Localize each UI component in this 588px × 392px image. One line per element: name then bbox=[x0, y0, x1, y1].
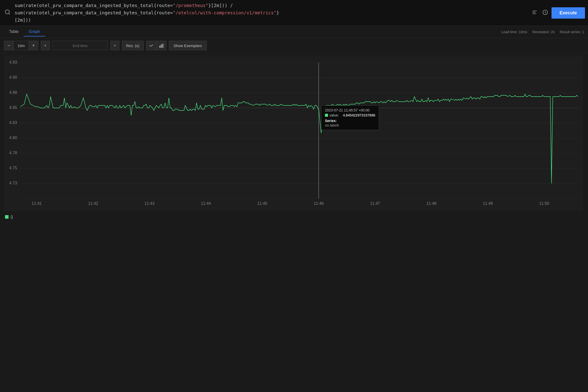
chart-type-selector bbox=[146, 41, 166, 50]
svg-text:4.85: 4.85 bbox=[9, 105, 17, 110]
load-time: Load time: 10ms bbox=[501, 30, 527, 34]
meta-info: Load time: 10ms Resolution: 2s Result se… bbox=[501, 30, 584, 34]
svg-text:11:46: 11:46 bbox=[314, 201, 324, 206]
meta-bar: Table Graph Load time: 10ms Resolution: … bbox=[0, 26, 588, 38]
search-icon[interactable] bbox=[3, 8, 12, 18]
svg-text:11:41: 11:41 bbox=[32, 201, 42, 206]
legend-label: {} bbox=[11, 215, 13, 219]
svg-text:4.90: 4.90 bbox=[9, 75, 17, 80]
resolution: Resolution: 2s bbox=[532, 30, 555, 34]
duration-plus-button[interactable]: + bbox=[29, 41, 38, 50]
svg-text:4.78: 4.78 bbox=[9, 151, 17, 155]
format-button[interactable] bbox=[530, 8, 539, 18]
duration-stepper: − 10m + bbox=[4, 41, 38, 50]
svg-text:11:48: 11:48 bbox=[426, 201, 436, 206]
svg-rect-9 bbox=[4, 55, 583, 211]
svg-text:11:47: 11:47 bbox=[370, 201, 380, 206]
query-actions: Execute bbox=[530, 7, 585, 19]
svg-text:11:45: 11:45 bbox=[257, 201, 267, 206]
query-line1: sum(rate(otel_prw_compare_data_ingested_… bbox=[15, 3, 233, 8]
resolution-button[interactable]: Res. (s) bbox=[122, 41, 144, 50]
tab-table[interactable]: Table bbox=[4, 27, 24, 36]
svg-text:11:43: 11:43 bbox=[144, 201, 155, 206]
svg-text:4.80: 4.80 bbox=[9, 136, 17, 140]
svg-text:4.88: 4.88 bbox=[9, 90, 17, 95]
svg-text:11:49: 11:49 bbox=[483, 201, 493, 206]
svg-text:4.83: 4.83 bbox=[9, 121, 17, 125]
svg-text:4.93: 4.93 bbox=[9, 60, 17, 64]
query-editor[interactable]: sum(rate(otel_prw_compare_data_ingested_… bbox=[15, 2, 528, 24]
svg-rect-6 bbox=[159, 46, 160, 48]
svg-text:11:44: 11:44 bbox=[201, 201, 211, 206]
show-exemplars-button[interactable]: Show Exemplars bbox=[169, 41, 207, 50]
duration-minus-button[interactable]: − bbox=[4, 41, 14, 50]
chart-legend: {} bbox=[0, 212, 588, 222]
query-line2: sum(rate(otel_prw_compare_data_ingested_… bbox=[15, 10, 279, 15]
tab-graph[interactable]: Graph bbox=[24, 27, 45, 36]
metrics-explorer-button[interactable] bbox=[541, 8, 549, 18]
view-tabs: Table Graph bbox=[4, 27, 45, 36]
svg-rect-8 bbox=[162, 44, 163, 48]
chart-container: 4.93 4.90 4.88 4.85 4.83 4.80 4.78 4.75 … bbox=[4, 55, 584, 212]
svg-line-1 bbox=[9, 13, 10, 14]
execute-button[interactable]: Execute bbox=[552, 7, 585, 19]
line-chart-button[interactable] bbox=[146, 41, 156, 50]
result-series: Result series: 1 bbox=[560, 30, 584, 34]
query-bar: sum(rate(otel_prw_compare_data_ingested_… bbox=[0, 0, 588, 26]
svg-text:4.73: 4.73 bbox=[9, 181, 17, 185]
svg-rect-7 bbox=[161, 45, 162, 48]
svg-text:11:50: 11:50 bbox=[539, 201, 549, 206]
chart-area[interactable]: 4.93 4.90 4.88 4.85 4.83 4.80 4.78 4.75 … bbox=[4, 55, 584, 212]
legend-color-swatch bbox=[5, 215, 9, 219]
query-line3: [2m])) bbox=[15, 17, 31, 23]
controls-bar: − 10m + Res. (s) Show Exemplars bbox=[0, 38, 588, 53]
time-prev-button[interactable] bbox=[41, 41, 50, 50]
duration-value: 10m bbox=[14, 41, 29, 50]
svg-text:11:42: 11:42 bbox=[88, 201, 98, 206]
chart-svg: 4.93 4.90 4.88 4.85 4.83 4.80 4.78 4.75 … bbox=[4, 55, 583, 211]
svg-point-0 bbox=[5, 10, 9, 14]
time-next-button[interactable] bbox=[110, 41, 119, 50]
end-time-input[interactable] bbox=[52, 41, 108, 50]
svg-text:4.75: 4.75 bbox=[9, 166, 17, 170]
stacked-chart-button[interactable] bbox=[156, 41, 166, 50]
